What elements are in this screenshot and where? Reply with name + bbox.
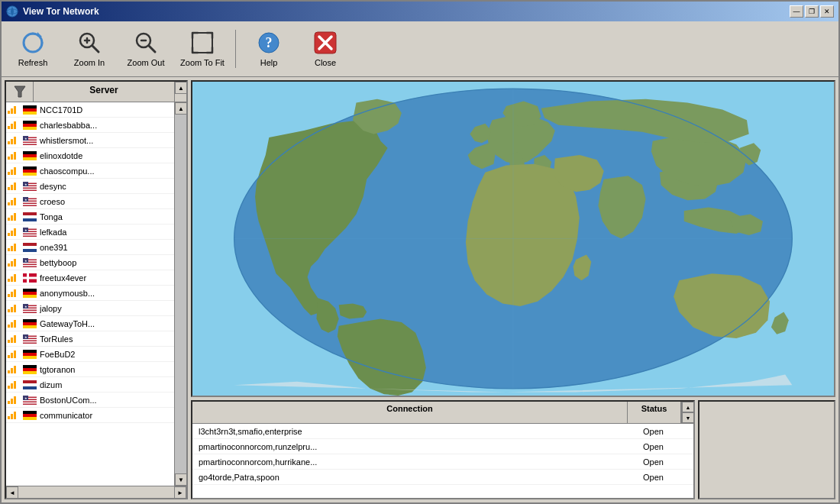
server-row[interactable]: FoeBuD2 — [6, 347, 174, 362]
server-name: chaoscompu... — [40, 166, 173, 176]
restore-button[interactable]: ❐ — [805, 5, 819, 18]
signal-bars — [8, 137, 21, 144]
signal-bars — [8, 183, 21, 190]
server-row[interactable]: tgtoranon — [6, 362, 174, 377]
refresh-label: Refresh — [18, 58, 48, 67]
server-column-header: Server — [34, 82, 174, 102]
connection-name: pmartinoconnorcom,runzelpru... — [192, 442, 640, 451]
window-controls: — ❐ ✕ — [790, 5, 834, 18]
server-name: TorRules — [40, 334, 173, 344]
server-row[interactable]: GatewayToH... — [6, 316, 174, 331]
signal-bars — [8, 351, 21, 358]
server-row[interactable]: ★whistlersmot... — [6, 133, 174, 148]
help-button[interactable]: ? Help — [242, 24, 296, 73]
server-name: tgtoranon — [40, 365, 173, 374]
connection-row[interactable]: l3cht3rn3t,smafio,enterpriseOpen — [192, 424, 693, 439]
server-row[interactable]: chaoscompu... — [6, 163, 174, 179]
zoom-in-button[interactable]: Zoom In — [63, 24, 116, 73]
server-hscroll-left[interactable]: ◄ — [6, 486, 18, 499]
server-row[interactable]: ★desync — [6, 179, 174, 194]
window-close-button[interactable]: ✕ — [820, 5, 834, 18]
server-row[interactable]: ★croeso — [6, 194, 174, 209]
close-button[interactable]: Close — [299, 24, 352, 73]
zoom-to-fit-label: Zoom To Fit — [180, 58, 225, 67]
svg-rect-99 — [23, 380, 37, 383]
server-row[interactable]: Tonga — [6, 209, 174, 225]
flag-icon — [23, 411, 37, 420]
server-row[interactable]: one391 — [6, 240, 174, 255]
server-list: NCC1701Dcharlesbabba... ★whistlersmot...… — [6, 102, 174, 486]
svg-rect-72 — [23, 276, 37, 279]
status-col-header: Status — [628, 402, 681, 423]
zoom-to-fit-button[interactable]: Zoom To Fit — [176, 24, 229, 73]
zoom-out-button[interactable]: Zoom Out — [119, 24, 173, 73]
flag-icon: ★ — [23, 197, 37, 206]
server-row[interactable]: NCC1701D — [6, 102, 174, 118]
server-row[interactable]: ★bettyboop — [6, 255, 174, 270]
svg-text:★: ★ — [24, 183, 27, 186]
server-row[interactable]: anonymousb... — [6, 286, 174, 301]
server-vscroll-down[interactable]: ▼ — [175, 473, 186, 486]
server-row[interactable]: ★lefkada — [6, 225, 174, 240]
server-vscroll-up[interactable]: ▲ — [175, 102, 186, 115]
svg-rect-56 — [23, 232, 37, 234]
server-scrollbar[interactable]: ▲ ▼ — [174, 102, 186, 486]
zoom-in-label: Zoom In — [74, 58, 105, 67]
svg-rect-110 — [23, 414, 37, 417]
svg-rect-22 — [23, 127, 37, 130]
svg-rect-95 — [23, 356, 37, 359]
flag-icon — [23, 319, 37, 328]
connection-row[interactable]: go4torde,Patra,spoonOpen — [192, 470, 693, 485]
signal-bars — [8, 121, 21, 129]
conn-scroll-up[interactable]: ▲ — [682, 402, 694, 412]
server-scroll-up[interactable]: ▲ — [175, 82, 187, 94]
server-name: bettyboop — [40, 258, 173, 267]
svg-rect-96 — [23, 365, 37, 368]
connection-name: pmartinoconnorcom,hurrikane... — [192, 457, 640, 467]
svg-rect-100 — [23, 383, 37, 386]
main-content: Server ▲ NCC1701Dcharlesbabba... ★whistl… — [2, 77, 838, 502]
conn-scroll-down[interactable]: ▼ — [682, 412, 694, 423]
server-row[interactable]: charlesbabba... — [6, 118, 174, 133]
server-hscroll-right[interactable]: ► — [174, 486, 186, 499]
title-bar: View Tor Network — ❐ ✕ — [2, 2, 838, 21]
connection-list: l3cht3rn3t,smafio,enterpriseOpenpmartino… — [192, 424, 693, 498]
connection-row[interactable]: pmartinoconnorcom,hurrikane...Open — [192, 454, 693, 470]
server-row[interactable]: ★BostonUCom... — [6, 393, 174, 408]
signal-bars — [8, 396, 21, 404]
svg-marker-2 — [37, 32, 42, 37]
flag-icon — [23, 166, 37, 176]
conn-scrollbar[interactable]: ▲ ▼ — [681, 402, 693, 423]
server-row[interactable]: freetux4ever — [6, 270, 174, 286]
connection-header: Connection Status ▲ ▼ — [192, 402, 693, 424]
right-panel: Connection Status ▲ ▼ l3cht3rn3t,smafio,… — [191, 80, 835, 499]
server-scroll-thumb[interactable] — [175, 115, 186, 473]
signal-bars — [8, 412, 21, 419]
server-row[interactable]: ★jalopy — [6, 301, 174, 316]
svg-rect-85 — [23, 325, 37, 328]
svg-text:★: ★ — [24, 137, 27, 141]
svg-rect-57 — [23, 234, 37, 236]
server-name: dizum — [40, 380, 173, 389]
server-row[interactable]: ★TorRules — [6, 331, 174, 347]
connection-row[interactable]: pmartinoconnorcom,runzelpru...Open — [192, 439, 693, 454]
server-row[interactable]: elinoxdotde — [6, 148, 174, 163]
svg-rect-90 — [23, 341, 37, 343]
server-name: jalopy — [40, 304, 173, 313]
flag-icon — [23, 350, 37, 359]
minimize-button[interactable]: — — [790, 5, 803, 18]
svg-rect-67 — [23, 265, 37, 267]
signal-bars — [8, 320, 21, 328]
server-row[interactable]: dizum — [6, 377, 174, 393]
toolbar-separator — [235, 30, 236, 68]
svg-line-9 — [149, 46, 155, 52]
server-name: FoeBuD2 — [40, 350, 173, 359]
help-label: Help — [260, 58, 278, 67]
svg-rect-34 — [23, 170, 37, 173]
filter-button[interactable] — [6, 82, 34, 102]
flag-icon — [23, 105, 37, 115]
server-row[interactable]: communicator — [6, 408, 174, 423]
signal-bars — [8, 152, 21, 160]
svg-rect-27 — [23, 143, 37, 144]
refresh-button[interactable]: Refresh — [6, 24, 60, 73]
